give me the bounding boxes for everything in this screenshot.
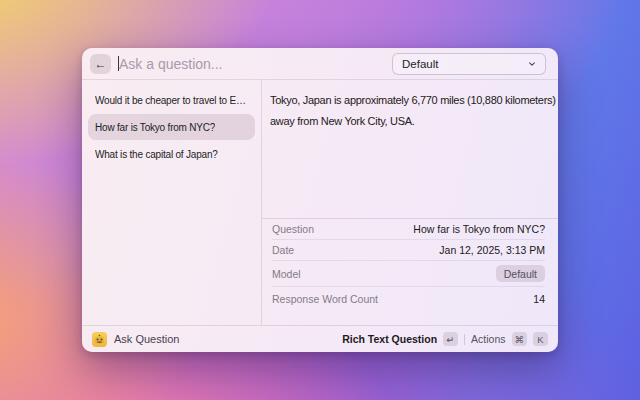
chevron-down-icon xyxy=(528,60,536,68)
k-key-icon: K xyxy=(533,332,548,346)
question-list: Would it be cheaper to travel to Euro...… xyxy=(82,80,262,325)
answer-line: Tokyo, Japan is approximately 6,770 mile… xyxy=(270,90,554,111)
metadata-row-model: Model Default xyxy=(272,261,545,287)
metadata-value: How far is Tokyo from NYC? xyxy=(413,223,545,235)
command-name: Ask Question xyxy=(114,333,179,345)
metadata-row-date: Date Jan 12, 2025, 3:13 PM xyxy=(272,240,545,261)
model-dropdown-value: Default xyxy=(402,58,438,70)
metadata-label: Response Word Count xyxy=(272,293,378,305)
detail-panel: Tokyo, Japan is approximately 6,770 mile… xyxy=(262,80,558,325)
return-key-icon: ↵ xyxy=(443,332,458,346)
answer-text: Tokyo, Japan is approximately 6,770 mile… xyxy=(262,80,558,218)
metadata-section: Question How far is Tokyo from NYC? Date… xyxy=(262,218,558,311)
list-item-selected[interactable]: How far is Tokyo from NYC? xyxy=(88,114,255,140)
list-item[interactable]: Would it be cheaper to travel to Euro... xyxy=(88,87,255,113)
rich-text-question-button[interactable]: Rich Text Question xyxy=(342,333,437,345)
metadata-row-word-count: Response Word Count 14 xyxy=(272,287,545,311)
back-arrow-icon: ← xyxy=(95,57,107,71)
model-badge: Default xyxy=(496,265,545,282)
back-button[interactable]: ← xyxy=(90,54,111,74)
footer-bar: Ask Question Rich Text Question ↵ Action… xyxy=(82,325,558,352)
metadata-label: Question xyxy=(272,223,314,235)
list-item[interactable]: What is the capital of Japan? xyxy=(88,141,255,167)
metadata-value: 14 xyxy=(533,293,545,305)
main-area: Would it be cheaper to travel to Euro...… xyxy=(82,80,558,325)
ask-question-window: ← Default Would it be cheaper to travel … xyxy=(82,48,558,352)
robot-icon xyxy=(92,332,107,347)
metadata-row-question: Question How far is Tokyo from NYC? xyxy=(272,219,545,240)
metadata-label: Model xyxy=(272,268,301,280)
footer-actions: Rich Text Question ↵ Actions ⌘ K xyxy=(342,332,548,346)
ask-question-input[interactable] xyxy=(119,48,385,79)
list-item-label: Would it be cheaper to travel to Euro... xyxy=(95,95,248,106)
metadata-label: Date xyxy=(272,244,294,256)
list-item-label: What is the capital of Japan? xyxy=(95,149,218,160)
answer-line: away from New York City, USA. xyxy=(270,111,554,132)
actions-button[interactable]: Actions xyxy=(471,333,505,345)
footer-divider xyxy=(464,334,465,345)
question-input-wrap xyxy=(118,48,385,79)
command-key-icon: ⌘ xyxy=(512,332,528,346)
model-dropdown[interactable]: Default xyxy=(392,53,546,75)
list-item-label: How far is Tokyo from NYC? xyxy=(95,122,215,133)
metadata-value: Jan 12, 2025, 3:13 PM xyxy=(439,244,545,256)
topbar: ← Default xyxy=(82,48,558,80)
